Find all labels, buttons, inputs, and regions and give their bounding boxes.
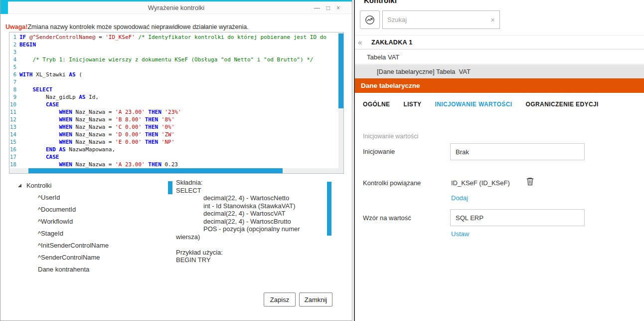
panel-title: Kontrolki [364,0,397,4]
linked-controls-label: Kontrolki powiązane [363,179,421,187]
tree-item[interactable]: ^DocumentId [9,204,174,216]
code-lines[interactable]: IF @^SenderControlName@ = 'ID_KSeF' /* I… [18,33,338,168]
chart-icon [364,14,375,25]
tree-item[interactable]: ^StageId [9,228,174,240]
syntax-line: Składnia: [176,179,333,187]
syntax-line: SELECT [176,187,333,195]
trash-icon [526,177,534,186]
search-input[interactable] [387,16,487,23]
syntax-lines: Składnia:SELECTdecimal(22, 4) - WartoscN… [176,179,333,264]
syntax-line [176,241,333,249]
line-numbers: 123456789101112131415161718 [9,33,18,168]
init-field [450,143,585,160]
vertical-scroll-thumb[interactable] [338,33,343,108]
formula-field [450,209,585,226]
warning-prefix: Uwaga! [5,23,27,30]
syntax-line: int - Id Stanowiska (StawkaVAT) [176,202,333,210]
syntax-line: wiersza) [176,233,333,241]
save-button[interactable]: Zapisz [264,293,296,307]
clear-search-icon[interactable]: × [487,15,495,24]
delete-linked-control-button[interactable] [526,177,534,187]
tree-expander-icon[interactable]: ◢ [18,183,21,188]
editor-horizontal-scrollbar[interactable] [9,168,338,173]
syntax-line: Przykład użycia: [176,249,333,257]
tree-row-dane-tabelaryczne-selected[interactable]: [Dane tabelaryczne] Tabela VAT [355,65,644,78]
dialog-titlebar[interactable]: Wyrażenie kontrolki — □ × [0,1,352,14]
tree-root-kontrolki[interactable]: ◢ Kontrolki [9,179,174,192]
scrollbar-corner [338,168,343,173]
window-controls: — □ × [314,1,340,14]
syntax-help-panel: Składnia:SELECTdecimal(22, 4) - WartoscN… [176,179,333,273]
tree-item[interactable]: Dane kontrahenta [9,264,174,272]
add-linked-control-link[interactable]: Dodaj [451,194,468,202]
expression-dialog: Wyrażenie kontrolki — □ × Uwaga!Zmiana n… [0,0,352,321]
tree-item[interactable]: ^InitSenderControlName [9,240,174,252]
linked-control-value: ID_KSeF (ID_KSeF) [451,179,510,187]
set-formula-link[interactable]: Ustaw [451,230,469,238]
detail-tabs: OGÓLNELISTYINICJOWANIE WARTOŚCIOGRANICZE… [355,93,644,116]
formula-field-label: Wzór na wartość [363,214,411,222]
tree-row-tabela-vat[interactable]: Tabela VAT [355,50,644,64]
expression-chart-button[interactable] [360,10,380,29]
tree-scrollbar[interactable] [168,181,172,194]
maximize-button[interactable]: □ [326,4,330,11]
collapse-panel-button[interactable]: « [358,35,362,49]
init-field-label: Inicjowanie [363,148,395,155]
dialog-title: Wyrażenie kontrolki [0,1,352,14]
tree-root-label: Kontrolki [26,182,52,189]
controls-panel: Kontrolki × « ZAKŁADKA 1 Tabela VAT [Dan… [354,0,644,321]
syntax-line: decimal(22, 4) - WartoscBrutto [176,218,333,226]
init-section-label: Inicjowanie wartości [363,133,418,140]
editor-vertical-scrollbar[interactable] [338,32,343,168]
tree-items: ^UserId^DocumentId^WorkflowId^StageId^In… [9,192,174,272]
syntax-line: BEGIN TRY [176,256,333,264]
tree-item[interactable]: ^SenderControlName [9,252,174,264]
warning-rest: Zmiana nazwy kontrolek może spowodować n… [27,23,248,30]
screen: Kontrolki × « ZAKŁADKA 1 Tabela VAT [Dan… [0,0,644,321]
tab-listy[interactable]: LISTY [403,101,421,108]
code-editor[interactable]: 123456789101112131415161718 IF @^SenderC… [9,32,344,174]
minimize-button[interactable]: — [314,4,320,11]
tab-strip: « ZAKŁADKA 1 [355,35,644,49]
syntax-line: POS - pozycja (opcjonalny numer [176,225,333,233]
tab-ograniczenie-edycji[interactable]: OGRANICZENIE EDYCJI [526,101,599,108]
close-button[interactable]: Zamknij [299,293,332,307]
controls-tree: ◢ Kontrolki ^UserId^DocumentId^WorkflowI… [9,179,174,272]
syntax-scrollbar[interactable] [327,182,331,236]
init-field-input[interactable] [451,144,584,160]
tab-zakladka-1[interactable]: ZAKŁADKA 1 [371,35,412,49]
tree-item[interactable]: ^UserId [9,192,174,204]
close-window-button[interactable]: × [336,4,340,11]
search-box: × [382,10,500,29]
tab-inicjowanie-wartości[interactable]: INICJOWANIE WARTOŚCI [435,101,512,108]
tree-item[interactable]: ^WorkflowId [9,216,174,228]
tab-ogólne[interactable]: OGÓLNE [363,101,390,108]
detail-header: Dane tabelaryczne [355,78,644,93]
syntax-line: decimal(22, 4) - WartoscVAT [176,210,333,218]
syntax-line: decimal(22, 4) - WartoscNetto [176,194,333,202]
warning-text: Uwaga!Zmiana nazwy kontrolek może spowod… [5,23,249,30]
horizontal-scroll-thumb[interactable] [28,168,283,173]
formula-field-input[interactable] [451,210,584,226]
